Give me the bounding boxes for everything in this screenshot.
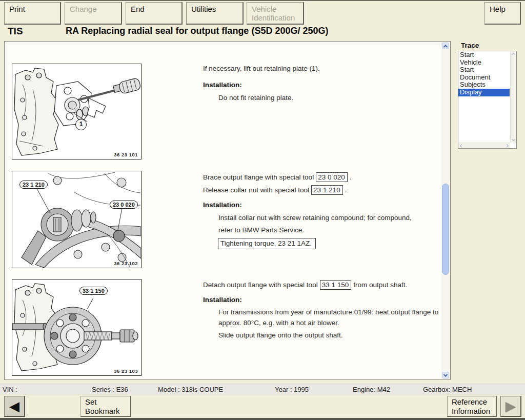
reference-information-button[interactable]: Reference Information: [447, 396, 497, 417]
menu-button-help[interactable]: Help: [484, 2, 521, 25]
menu-button-print[interactable]: Print: [4, 2, 61, 25]
window-bottom-edge: [0, 418, 525, 420]
window-top-edge: [0, 0, 525, 1]
scroll-down-button[interactable]: [442, 372, 449, 378]
trace-horizontal-scrollbar[interactable]: [458, 143, 510, 148]
technical-illustration-3: 33 1 150 36 23 103: [12, 279, 142, 376]
menu-label: Utilities: [191, 5, 216, 13]
menu-label: End: [131, 5, 145, 13]
status-year: Year : 1995: [275, 386, 309, 393]
trace-item-display[interactable]: Display: [458, 89, 510, 96]
instruction-line: Release collar nut with special tool 23 …: [203, 185, 347, 195]
chevron-down-icon: [443, 372, 448, 376]
status-gearbox: Gearbox: MECH: [423, 386, 472, 393]
scrollbar-thumb[interactable]: [442, 184, 449, 275]
chevron-up-icon: [443, 45, 448, 49]
document-content-area: 1 36 23 101: [4, 41, 451, 380]
trace-panel-title: Trace: [461, 42, 479, 49]
trace-item-subjects[interactable]: Subjects: [458, 81, 510, 89]
chevron-up-icon: [512, 53, 515, 56]
menu-button-end[interactable]: End: [126, 2, 183, 25]
instruction-text: from output shaft.: [353, 281, 407, 289]
forward-arrow-icon: ▶: [506, 399, 516, 413]
tool-bubble-33-1-150: 33 1 150: [79, 287, 108, 295]
trace-item-document[interactable]: Document: [458, 74, 510, 82]
installation-note: approx. 80°C, e.g. with a hot air blower…: [218, 319, 339, 327]
status-engine: Engine: M42: [353, 386, 390, 393]
installation-heading: Installation:: [203, 201, 242, 209]
set-bookmark-button[interactable]: Set Bookmark: [80, 396, 131, 417]
vehicle-status-bar: VIN : Series : E36 Model : 318is COUPE Y…: [0, 384, 525, 394]
back-arrow-icon: ◀: [9, 399, 19, 413]
page-title: RA Replacing radial seal for output flan…: [66, 26, 328, 36]
instruction-text: Brace output flange with special tool: [203, 173, 314, 181]
trace-item-start-1[interactable]: Start: [458, 51, 510, 59]
instruction-text: .: [350, 173, 352, 181]
technical-illustration-1: 1 36 23 101: [12, 64, 142, 159]
illustration-3-drawing: [12, 279, 141, 375]
tool-bubble-23-0-020: 23 0 020: [110, 201, 138, 209]
menu-button-change: Change: [65, 2, 122, 25]
installation-note: refer to BMW Parts Service.: [218, 226, 304, 234]
chevron-right-icon: [505, 144, 509, 148]
special-tool-link-33-1-150[interactable]: 33 1 150: [320, 280, 352, 290]
instruction-text: .: [345, 186, 347, 194]
menu-label: Change: [70, 5, 97, 13]
reference-information-label: Reference Information: [452, 397, 497, 416]
tis-application-window: Print Change End Utilities Vehicle Ident…: [0, 0, 525, 420]
figure-number: 36 23 102: [114, 261, 138, 266]
trace-item-start-2[interactable]: Start: [458, 66, 510, 74]
instruction-line: Detach output flange with special tool 3…: [203, 280, 407, 290]
figure-number: 36 23 101: [114, 152, 138, 157]
back-button[interactable]: ◀: [4, 396, 25, 417]
menu-button-utilities[interactable]: Utilities: [186, 2, 244, 25]
chevron-down-icon: [512, 137, 515, 141]
status-model: Model : 318is COUPE: [158, 386, 223, 393]
chevron-left-icon: [460, 144, 463, 148]
status-series: Series : E36: [92, 386, 128, 393]
menu-label: Vehicle Identification: [252, 5, 301, 22]
app-name: TIS: [8, 26, 23, 37]
installation-heading: Installation:: [203, 81, 242, 89]
trace-item-vehicle[interactable]: Vehicle: [458, 59, 510, 67]
callout-1: 1: [75, 119, 87, 130]
special-tool-link-23-1-210[interactable]: 23 1 210: [311, 185, 343, 195]
tool-bubble-23-1-210: 23 1 210: [19, 181, 48, 189]
installation-note: Install collar nut with screw retaining …: [218, 214, 412, 222]
menu-button-vehicle-identification: Vehicle Identification: [247, 2, 304, 25]
technical-illustration-2: 23 1 210 23 0 020 36 23 102: [12, 171, 142, 268]
menu-label: Help: [490, 5, 506, 13]
installation-note: Do not fit retaining plate.: [218, 94, 293, 102]
instruction-text: Detach output flange with special tool: [203, 281, 318, 289]
menu-label: Print: [9, 5, 25, 13]
instruction-text: Release collar nut with special tool: [203, 186, 309, 194]
illustration-1-drawing: [12, 64, 141, 159]
figure-number: 36 23 103: [114, 368, 138, 374]
set-bookmark-label: Set Bookmark: [85, 397, 125, 416]
installation-heading: Installation:: [203, 296, 242, 304]
installation-note: For transmissions from year of manufactu…: [218, 308, 438, 316]
installation-note: Slide output flange onto the output shaf…: [218, 331, 342, 339]
trace-vertical-scrollbar[interactable]: [510, 51, 516, 143]
scroll-up-button[interactable]: [442, 43, 449, 49]
instruction-line: Brace output flange with special tool 23…: [203, 172, 351, 182]
tightening-torque-link[interactable]: Tightening torque, 23 21 1AZ.: [218, 238, 316, 249]
trace-listbox: Start Vehicle Start Document Subjects Di…: [458, 51, 517, 149]
content-scrollbar[interactable]: [441, 42, 450, 379]
status-vin: VIN :: [3, 386, 17, 393]
special-tool-link-23-0-020[interactable]: 23 0 020: [316, 172, 348, 182]
instruction-text: If necessary, lift out retaining plate (…: [203, 65, 320, 72]
forward-button[interactable]: ▶: [500, 396, 521, 417]
